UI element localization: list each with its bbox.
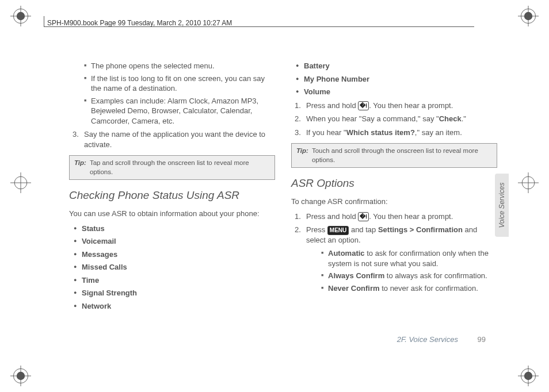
- list-item: Battery: [296, 61, 497, 71]
- intro-text: You can use ASR to obtain information ab…: [69, 209, 275, 219]
- list-item: Always Confirm to always ask for confirm…: [321, 271, 497, 281]
- text-bold: Which status item?: [346, 128, 415, 137]
- reg-mark-icon: [518, 6, 539, 26]
- text: Battery: [304, 62, 330, 70]
- step-item: 2. Press MENU and tap Settings > Confirm…: [295, 225, 497, 293]
- list-item: Volume: [296, 87, 497, 97]
- hold-key-icon: �⁞: [358, 212, 369, 221]
- list-item: Never Confirm to never ask for confirmat…: [321, 283, 497, 294]
- list-item: Messages: [74, 249, 275, 260]
- text: The phone opens the selected menu.: [91, 62, 215, 70]
- text: Status: [82, 224, 105, 233]
- list-item: Voicemail: [74, 236, 275, 247]
- text-bold: Check: [439, 114, 462, 123]
- text: Messages: [82, 250, 117, 259]
- text-bold: Settings > Confirmation: [378, 225, 463, 234]
- step-item: 2. When you hear "Say a command," say "C…: [295, 114, 497, 124]
- menu-key-icon: MENU: [327, 226, 349, 235]
- heading-asr-options: ASR Options: [291, 176, 497, 191]
- left-column: The phone opens the selected menu. If th…: [69, 57, 275, 352]
- step-number: 2.: [295, 225, 301, 235]
- text: My Phone Number: [304, 75, 369, 83]
- step-item: 1. Press and hold �⁞. You then hear a pr…: [295, 212, 497, 222]
- text: If the list is too long to fit on one sc…: [91, 74, 265, 93]
- list-item: The phone opens the selected menu.: [84, 61, 275, 71]
- side-tab-label: Voice Services: [498, 183, 506, 228]
- reg-mark-icon: [518, 172, 539, 193]
- right-column: Battery My Phone Number Volume 1. Press …: [291, 57, 497, 352]
- list-item: Signal Strength: [74, 288, 275, 298]
- step-item: 3. If you hear "Which status item?," say…: [295, 128, 497, 138]
- text: Missed Calls: [82, 263, 127, 271]
- step-number: 2.: [295, 114, 301, 124]
- text: Press and hold: [306, 212, 358, 221]
- list-item: If the list is too long to fit on one sc…: [84, 74, 275, 94]
- heading-checking-status: Checking Phone Status Using ASR: [69, 188, 275, 203]
- text: ," say an item.: [415, 128, 462, 137]
- step-number: 1.: [295, 101, 301, 111]
- reg-mark-icon: [10, 366, 31, 386]
- text-bold: Always Confirm: [328, 271, 384, 280]
- tip-text: Tap and scroll through the onscreen list…: [90, 159, 270, 176]
- running-head: SPH-M900.book Page 99 Tuesday, March 2, …: [47, 19, 232, 27]
- list-item: Network: [74, 301, 275, 312]
- reg-mark-icon: [518, 366, 539, 386]
- text: . You then hear a prompt.: [369, 101, 453, 110]
- step-number: 3.: [73, 129, 79, 140]
- text: Press: [306, 225, 327, 234]
- page-body: The phone opens the selected menu. If th…: [69, 57, 497, 352]
- text: Volume: [304, 87, 330, 96]
- text: Examples can include: Alarm Clock, Amazo…: [91, 97, 258, 125]
- tip-label: Tip:: [74, 159, 86, 176]
- list-item: My Phone Number: [296, 74, 497, 84]
- page-footer: 2F. Voice Services 99: [397, 335, 486, 344]
- list-item: Automatic to ask for confirmation only w…: [321, 248, 497, 268]
- text: and tap: [349, 225, 378, 234]
- list-item: Status: [74, 224, 275, 234]
- footer-page-number: 99: [478, 335, 486, 344]
- list-item: Time: [74, 275, 275, 286]
- text: Say the name of the application you want…: [84, 130, 265, 149]
- text: If you hear ": [306, 128, 346, 137]
- text: When you hear "Say a command," say ": [306, 114, 439, 123]
- text: to never ask for confirmation.: [380, 284, 478, 293]
- reg-mark-icon: [10, 6, 31, 26]
- text: Network: [82, 302, 111, 310]
- reg-mark-icon: [10, 172, 31, 193]
- text-bold: Automatic: [328, 249, 365, 258]
- crop-rule: [44, 16, 44, 26]
- hold-key-icon: �⁞: [358, 101, 369, 110]
- step-number: 3.: [295, 128, 301, 138]
- text: Voicemail: [82, 237, 116, 245]
- step-number: 1.: [295, 212, 301, 222]
- text: .": [462, 114, 466, 123]
- tip-box: Tip: Tap and scroll through the onscreen…: [69, 155, 275, 180]
- text: Signal Strength: [82, 289, 137, 297]
- text: . You then hear a prompt.: [369, 212, 453, 221]
- list-item: Examples can include: Alarm Clock, Amazo…: [84, 96, 275, 126]
- tip-text: Touch and scroll through the onscreen li…: [312, 147, 492, 164]
- list-item: Missed Calls: [74, 262, 275, 272]
- step-item: 1. Press and hold �⁞. You then hear a pr…: [295, 101, 497, 111]
- text: Press and hold: [306, 101, 358, 110]
- footer-section: 2F. Voice Services: [397, 335, 458, 344]
- step-item: 3.Say the name of the application you wa…: [73, 129, 275, 149]
- text: Time: [82, 276, 99, 285]
- tip-label: Tip:: [296, 147, 308, 164]
- text-bold: Never Confirm: [328, 284, 380, 293]
- tip-box: Tip: Touch and scroll through the onscre…: [291, 143, 497, 168]
- intro-text: To change ASR confirmation:: [291, 197, 497, 207]
- text: to always ask for confirmation.: [384, 271, 487, 280]
